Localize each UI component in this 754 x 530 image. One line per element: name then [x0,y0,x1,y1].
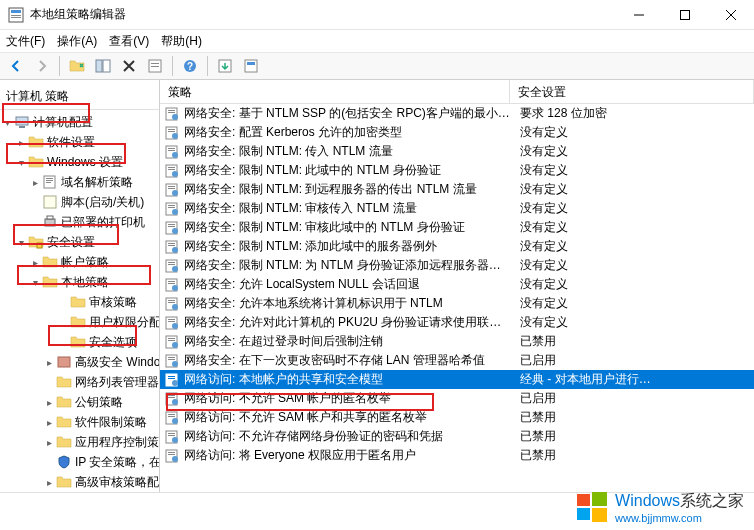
col-header-policy[interactable]: 策略 [160,80,510,103]
folder-icon [56,434,72,450]
list-row[interactable]: 网络安全: 允许对此计算机的 PKU2U 身份验证请求使用联…没有定义 [160,313,754,332]
scroll-icon [42,194,58,210]
list-row[interactable]: 网络访问: 不允许 SAM 帐户的匿名枚举已启用 [160,389,754,408]
maximize-button[interactable] [662,0,708,30]
svg-rect-59 [168,262,175,263]
list-row[interactable]: 网络安全: 基于 NTLM SSP 的(包括安全 RPC)客户端的最小…要求 1… [160,104,754,123]
row-policy: 网络访问: 本地帐户的共享和安全模型 [184,371,514,388]
list-row[interactable]: 网络安全: 在下一次更改密码时不存储 LAN 管理器哈希值已启用 [160,351,754,370]
tree-public-key[interactable]: ▸公钥策略 [0,392,159,412]
properties-button[interactable] [143,54,167,78]
svg-rect-88 [168,397,175,398]
tree-audit-policy[interactable]: 审核策略 [0,292,159,312]
svg-rect-18 [247,62,255,65]
tree-security-options[interactable]: 安全选项 [0,332,159,352]
tree-network-list[interactable]: 网络列表管理器 [0,372,159,392]
row-setting: 已禁用 [514,447,754,464]
list-row[interactable]: 网络访问: 不允许 SAM 帐户和共享的匿名枚举已禁用 [160,408,754,427]
row-policy: 网络安全: 限制 NTLM: 此域中的 NTLM 身份验证 [184,162,514,179]
menu-file[interactable]: 文件(F) [6,33,45,50]
svg-point-57 [172,247,178,253]
tree-security-settings[interactable]: ▾安全设置 [0,232,159,252]
list-row[interactable]: 网络访问: 将 Everyone 权限应用于匿名用户已禁用 [160,446,754,465]
row-setting: 经典 - 对本地用户进行… [514,371,754,388]
folder-icon [70,334,86,350]
separator [172,56,173,76]
svg-rect-8 [681,10,690,19]
svg-rect-83 [168,376,175,377]
up-button[interactable] [65,54,89,78]
svg-text:?: ? [187,61,193,72]
list-row[interactable]: 网络安全: 限制 NTLM: 到远程服务器的传出 NTLM 流量没有定义 [160,180,754,199]
row-setting: 没有定义 [514,162,754,179]
list-row[interactable]: 网络安全: 限制 NTLM: 传入 NTLM 流量没有定义 [160,142,754,161]
delete-button[interactable] [117,54,141,78]
tree-scripts[interactable]: 脚本(启动/关机) [0,192,159,212]
menu-help[interactable]: 帮助(H) [161,33,202,50]
svg-point-41 [172,171,178,177]
col-header-setting[interactable]: 安全设置 [510,80,754,103]
list-row[interactable]: 网络安全: 限制 NTLM: 为 NTLM 身份验证添加远程服务器…没有定义 [160,256,754,275]
tree-dns[interactable]: ▸域名解析策略 [0,172,159,192]
svg-point-45 [172,190,178,196]
tree-user-rights[interactable]: 用户权限分配 [0,312,159,332]
list-row[interactable]: 网络安全: 允许 LocalSystem NULL 会话回退没有定义 [160,275,754,294]
svg-rect-60 [168,264,175,265]
show-hide-tree-button[interactable] [91,54,115,78]
svg-rect-105 [592,508,607,522]
chevron-right-icon: ▸ [42,437,56,448]
toolbar: ? [0,52,754,80]
policy-item-icon [164,353,180,369]
list-row[interactable]: 网络安全: 限制 NTLM: 此域中的 NTLM 身份验证没有定义 [160,161,754,180]
tree-app-control[interactable]: ▸应用程序控制策略 [0,432,159,452]
close-button[interactable] [708,0,754,30]
tree-local-policy[interactable]: ▾本地策略 [0,272,159,292]
tree-account-policy[interactable]: ▸帐户策略 [0,252,159,272]
tree-adv-firewall[interactable]: ▸高级安全 Windows [0,352,159,372]
list-row[interactable]: 网络安全: 限制 NTLM: 审核传入 NTLM 流量没有定义 [160,199,754,218]
menu-bar: 文件(F) 操作(A) 查看(V) 帮助(H) [0,30,754,52]
tree-header: 计算机 策略 [0,84,159,110]
minimize-button[interactable] [616,0,662,30]
filter-button[interactable] [239,54,263,78]
svg-rect-96 [168,435,175,436]
tree-software-restrict[interactable]: ▸软件限制策略 [0,412,159,432]
svg-rect-39 [168,167,175,168]
tree-windows-settings[interactable]: ▾Windows 设置 [0,152,159,172]
tree-ip-security[interactable]: IP 安全策略，在 [0,452,159,472]
menu-view[interactable]: 查看(V) [109,33,149,50]
tree-adv-audit[interactable]: ▸高级审核策略配置 [0,472,159,492]
svg-rect-51 [168,224,175,225]
row-setting: 已启用 [514,390,754,407]
policy-item-icon [164,448,180,464]
list-row[interactable]: 网络访问: 本地帐户的共享和安全模型经典 - 对本地用户进行… [160,370,754,389]
svg-point-37 [172,152,178,158]
list-row[interactable]: 网络安全: 配置 Kerberos 允许的加密类型没有定义 [160,123,754,142]
policy-list[interactable]: 策略 安全设置 网络安全: 基于 NTLM SSP 的(包括安全 RPC)客户端… [160,80,754,492]
svg-rect-36 [168,150,175,151]
watermark: Windows系统之家 www.bjjmmw.com [575,490,744,524]
tree-printers[interactable]: 已部署的打印机 [0,212,159,232]
svg-rect-68 [168,302,175,303]
policy-item-icon [164,144,180,160]
svg-point-89 [172,399,178,405]
forward-button[interactable] [30,54,54,78]
row-policy: 网络安全: 限制 NTLM: 审核传入 NTLM 流量 [184,200,514,217]
back-button[interactable] [4,54,28,78]
help-button[interactable]: ? [178,54,202,78]
list-row[interactable]: 网络安全: 允许本地系统将计算机标识用于 NTLM没有定义 [160,294,754,313]
tree-pane[interactable]: 计算机 策略 ▾计算机配置 ▸软件设置 ▾Windows 设置 ▸域名解析策略 … [0,80,160,492]
row-setting: 已启用 [514,352,754,369]
list-row[interactable]: 网络访问: 不允许存储网络身份验证的密码和凭据已禁用 [160,427,754,446]
list-row[interactable]: 网络安全: 限制 NTLM: 添加此域中的服务器例外没有定义 [160,237,754,256]
tree-computer-config[interactable]: ▾计算机配置 [0,112,159,132]
tree-software[interactable]: ▸软件设置 [0,132,159,152]
svg-rect-52 [168,226,175,227]
export-button[interactable] [213,54,237,78]
list-row[interactable]: 网络安全: 限制 NTLM: 审核此域中的 NTLM 身份验证没有定义 [160,218,754,237]
list-row[interactable]: 网络安全: 在超过登录时间后强制注销已禁用 [160,332,754,351]
policy-item-icon [164,372,180,388]
svg-rect-27 [168,110,175,111]
row-policy: 网络安全: 限制 NTLM: 到远程服务器的传出 NTLM 流量 [184,181,514,198]
menu-action[interactable]: 操作(A) [57,33,97,50]
